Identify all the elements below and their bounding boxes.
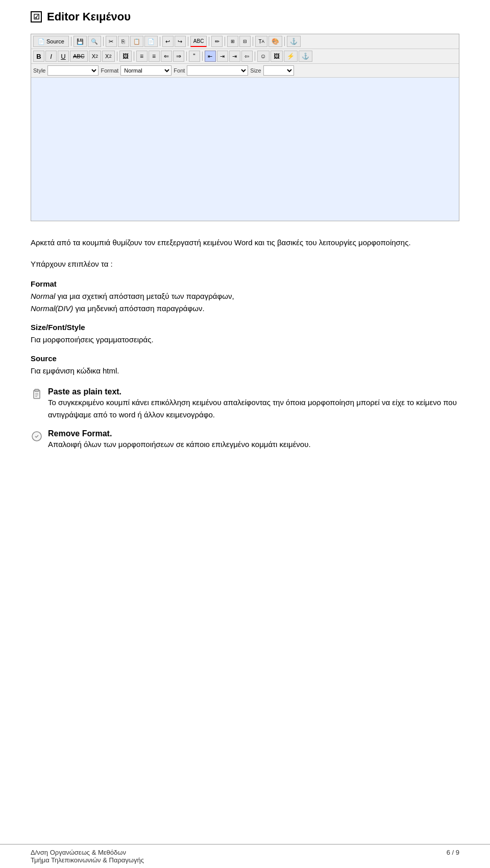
indent-button[interactable]: ⇒ xyxy=(173,51,184,62)
ordered-list-button[interactable]: ≡ xyxy=(136,51,148,62)
footer-left2: Τμήμα Τηλεπικοινωνιών & Παραγωγής xyxy=(31,856,144,864)
copy-button[interactable]: ⎘ xyxy=(118,36,129,47)
remove-heading: Remove Format. xyxy=(48,429,112,438)
source-button[interactable]: 📄 Source xyxy=(33,36,69,47)
source-label: Source xyxy=(46,38,64,44)
editor-area[interactable] xyxy=(31,78,459,221)
footer-left1: Δ/νση Οργανώσεως & Μεθόδων xyxy=(31,849,144,856)
align-left-button[interactable]: ⇤ xyxy=(205,51,216,62)
format-section: Format Normal για μια σχετική απόσταση μ… xyxy=(31,279,459,315)
separator xyxy=(255,52,255,61)
emoticon-button[interactable]: ☺ xyxy=(257,51,270,62)
outdent-button[interactable]: ⇐ xyxy=(161,51,172,62)
edit-button[interactable]: ✏ xyxy=(211,36,223,47)
paste-text-container: Paste as plain text. Το συγκεκριμένο κου… xyxy=(48,387,459,421)
page-title-text: Editor Κειμένου xyxy=(47,10,131,24)
strikethrough-button[interactable]: ABC xyxy=(70,51,88,62)
separator xyxy=(188,37,188,46)
separator xyxy=(103,37,104,46)
remove-text-container: Remove Format. Απαλοιφή όλων των μορφοπο… xyxy=(48,429,311,451)
footer: Δ/νση Οργανώσεως & Μεθόδων Τμήμα Τηλεπικ… xyxy=(0,844,490,868)
dropdown-row: Style Format Normal Font Size xyxy=(31,64,459,78)
paste-section: Paste as plain text. Το συγκεκριμένο κου… xyxy=(31,387,459,421)
italic-button[interactable]: I xyxy=(45,51,57,62)
extra-label: Υπάρχουν επιπλέον τα : xyxy=(31,258,459,270)
blockquote-button[interactable]: " xyxy=(189,51,200,62)
format-label: Format xyxy=(101,67,118,74)
format-body2-text: για μηδενική απόσταση παραγράφων. xyxy=(73,304,204,313)
separator xyxy=(186,52,187,61)
underline-button[interactable]: U xyxy=(58,51,69,62)
intro-text: Αρκετά από τα κουμπιά θυμίζουν τον επεξε… xyxy=(31,237,459,249)
separator xyxy=(160,37,160,46)
size-heading: Size/Font/Style xyxy=(31,323,459,332)
remove-section: Remove Format. Απαλοιφή όλων των μορφοπο… xyxy=(31,429,459,451)
footer-left: Δ/νση Οργανώσεως & Μεθόδων Τμήμα Τηλεπικ… xyxy=(31,849,144,864)
editor-container: 📄 Source 💾 🔍 ✂ ⎘ 📋 📄 ↩ ↪ ABC ✏ ⊞ ⊟ TA 🎨 xyxy=(31,34,459,221)
spellcheck-button[interactable]: ABC xyxy=(190,36,207,47)
flash-button[interactable]: ⚡ xyxy=(284,51,298,62)
table-button[interactable]: ⊞ xyxy=(227,36,238,47)
anchor2-button[interactable]: ⚓ xyxy=(299,51,312,62)
separator xyxy=(253,37,253,46)
separator xyxy=(134,52,134,61)
subscript-button[interactable]: X2 xyxy=(89,51,101,62)
source-section: Source Για εμφάνιση κώδικα html. xyxy=(31,354,459,377)
separator xyxy=(202,52,203,61)
align-center-button[interactable]: ⇥ xyxy=(217,51,228,62)
font-label: Font xyxy=(174,67,185,74)
remove-body: Απαλοιφή όλων των μορφοποιήσεων σε κάποι… xyxy=(48,438,311,451)
align-justify-button[interactable]: ⇦ xyxy=(241,51,253,62)
doc-icon: 📄 xyxy=(38,38,45,45)
format-body: Normal για μια σχετική απόσταση μεταξύ τ… xyxy=(31,290,459,315)
paste-body: Το συγκεκριμένο κουμπί κάνει επικόλληση … xyxy=(48,396,459,421)
source-heading: Source xyxy=(31,354,459,363)
style-label: Style xyxy=(33,67,45,74)
size-section: Size/Font/Style Για μορφοποιήσεις γραμμα… xyxy=(31,323,459,346)
anchor-button[interactable]: ⚓ xyxy=(287,36,301,47)
paste-button[interactable]: 📋 xyxy=(130,36,143,47)
image-button[interactable]: 🖼 xyxy=(119,51,132,62)
separator xyxy=(284,37,285,46)
bold-button[interactable]: B xyxy=(33,51,44,62)
paste-icon xyxy=(31,388,43,401)
remove-format-icon xyxy=(31,430,43,442)
redo-button[interactable]: ↪ xyxy=(175,36,186,47)
color-button[interactable]: 🎨 xyxy=(268,36,282,47)
unordered-list-button[interactable]: ≡ xyxy=(149,51,160,62)
size-body: Για μορφοποιήσεις γραμματοσειράς. xyxy=(31,334,459,346)
format-body1-prefix: Normal xyxy=(31,292,55,300)
image2-button[interactable]: 🖼 xyxy=(271,51,283,62)
size-select[interactable] xyxy=(263,65,294,76)
size-label: Size xyxy=(250,67,261,74)
superscript-button[interactable]: X2 xyxy=(102,51,114,62)
align-right-button[interactable]: ⇥ xyxy=(229,51,240,62)
save-button[interactable]: 💾 xyxy=(74,36,87,47)
preview-button[interactable]: 🔍 xyxy=(88,36,101,47)
format-heading: Format xyxy=(31,279,459,288)
font-select[interactable] xyxy=(187,65,248,76)
table2-button[interactable]: ⊟ xyxy=(239,36,251,47)
format-select[interactable]: Normal xyxy=(120,65,172,76)
svg-rect-1 xyxy=(35,389,39,391)
footer-right: 6 / 9 xyxy=(447,849,459,864)
page-title: ☑ Editor Κειμένου xyxy=(31,10,459,24)
format-body1-text: για μια σχετική απόσταση μεταξύ των παρα… xyxy=(55,292,234,300)
source-body: Για εμφάνιση κώδικα html. xyxy=(31,365,459,377)
separator xyxy=(209,37,209,46)
toolbar-row2: B I U ABC X2 X2 🖼 ≡ ≡ ⇐ ⇒ " ⇤ ⇥ ⇥ ⇦ ☺ 🖼 … xyxy=(31,49,459,64)
style-select[interactable] xyxy=(47,65,99,76)
cut-button[interactable]: ✂ xyxy=(106,36,117,47)
undo-button[interactable]: ↩ xyxy=(162,36,174,47)
separator xyxy=(117,52,117,61)
paste-heading: Paste as plain text. xyxy=(48,387,121,396)
fontsize-button[interactable]: TA xyxy=(255,36,267,47)
format-body2-prefix: Normal(DIV) xyxy=(31,304,73,313)
separator xyxy=(225,37,225,46)
checkbox-icon: ☑ xyxy=(31,11,42,22)
separator xyxy=(71,37,71,46)
paste2-button[interactable]: 📄 xyxy=(144,36,158,47)
toolbar-row1: 📄 Source 💾 🔍 ✂ ⎘ 📋 📄 ↩ ↪ ABC ✏ ⊞ ⊟ TA 🎨 xyxy=(31,34,459,49)
